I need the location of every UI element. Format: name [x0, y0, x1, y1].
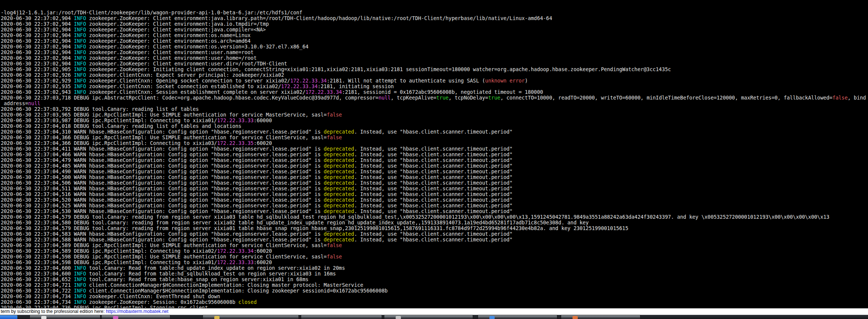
start-button[interactable]: [0, 315, 17, 319]
log-line: 2020-06-30 22:37:04,366 DEBUG ipc.RpcCli…: [1, 135, 868, 140]
log-segment: false: [327, 135, 342, 140]
log-segment: INFO: [74, 271, 86, 277]
log-segment: 2020-06-30 22:37:02,929: [1, 78, 74, 84]
app-icon-pink: [113, 316, 118, 319]
log-segment: 2020-06-30 22:37:04,525 WARN hbase.HBase…: [1, 203, 324, 209]
log-segment: . Instead, use "hbase.client.scanner.tim…: [354, 146, 512, 152]
log-segment: 2020-06-30 22:37:03,792 DEBUG tool.Canar…: [1, 106, 199, 112]
log-line: 2020-06-30 22:37:04,652 INFO tool.Canary…: [1, 277, 868, 282]
log-line: 2020-06-30 22:37:02,904 INFO zookeeper.Z…: [1, 33, 868, 38]
log-segment: 172.22.33.34: [217, 248, 254, 254]
log-segment: INFO: [74, 44, 86, 50]
log-line: 2020-06-30 22:37:04,506 WARN hbase.HBase…: [1, 180, 868, 186]
log-line: 2020-06-30 22:37:02,904 INFO zookeeper.Z…: [1, 44, 868, 50]
log-segment: :2181, initiating session: [317, 84, 394, 89]
log-line: 2020-06-30 22:37:02,904 INFO zookeeper.Z…: [1, 27, 868, 33]
log-segment: zookeeper.ZooKeeper: Client environment:…: [86, 55, 257, 61]
log-segment: 2020-06-30 22:37:02,904: [1, 55, 74, 61]
log-segment: INFO: [74, 78, 86, 84]
log-segment: 2020-06-30 22:37:04,516 WARN hbase.HBase…: [1, 191, 324, 197]
log-segment: zookeeper.ZooKeeper: Client environment:…: [86, 38, 251, 44]
log-segment: deprecated: [324, 237, 354, 243]
log-line: 2020-06-30 22:37:04,490 WARN hbase.HBase…: [1, 169, 868, 174]
log-segment: INFO: [74, 67, 86, 72]
log-segment: . Instead, use "hbase.client.scanner.tim…: [354, 169, 512, 174]
log-segment: 2020-06-30 22:37:02,904: [1, 61, 74, 67]
taskbar-button-6[interactable]: [478, 315, 557, 319]
log-line: 2020-06-30 22:37:04,579 DEBUG tool.Canar…: [1, 226, 868, 231]
log-segment: :60020: [254, 260, 272, 265]
app-icon-white-circle: [41, 316, 46, 319]
log-segment: INFO: [74, 89, 86, 95]
log-line: 2020-06-30 22:37:04,530 WARN hbase.HBase…: [1, 209, 868, 214]
log-segment: . Instead, use "hbase.client.scanner.tim…: [354, 129, 512, 135]
log-line: -log4j12-1.6.1.jar:/root/TDH-Client/zook…: [1, 10, 868, 16]
mobaxterm-link[interactable]: https://mobaxterm.mobatek.net: [106, 309, 168, 314]
log-line: 2020-06-30 22:37:02,905 INFO zookeeper.Z…: [1, 67, 868, 72]
log-segment: INFO: [74, 282, 86, 288]
log-segment: 2020-06-30 22:37:04,511 WARN hbase.HBase…: [1, 186, 324, 191]
log-segment: 172.22.33.34: [281, 84, 318, 89]
log-segment: 2020-06-30 22:37:04,721: [1, 282, 74, 288]
taskbar-button-3[interactable]: [203, 315, 299, 319]
log-segment: 2020-06-30 22:37:03,718 DEBUG ipc.Abstra…: [1, 95, 379, 101]
log-segment: 2020-06-30 22:37:04,500 WARN hbase.HBase…: [1, 174, 324, 180]
taskbar-button-1[interactable]: [29, 315, 101, 319]
log-segment: INFO: [74, 33, 86, 38]
log-segment: deprecated: [324, 186, 354, 191]
log-segment: . Instead, use "hbase.client.scanner.tim…: [354, 191, 512, 197]
log-line: 2020-06-30 22:37:04,734 INFO zookeeper.Z…: [1, 299, 868, 305]
app-icon-gray: [396, 316, 401, 319]
log-segment: deprecated: [324, 129, 354, 135]
log-line: 2020-06-30 22:37:04,516 WARN hbase.HBase…: [1, 191, 868, 197]
log-segment: 2020-06-30 22:37:04,530 WARN hbase.HBase…: [1, 209, 324, 214]
log-segment: 172.22.33.33: [217, 260, 254, 265]
log-segment: 2020-06-30 22:37:04,366 DEBUG ipc.RpcCli…: [1, 140, 217, 146]
log-segment: INFO: [74, 61, 86, 67]
log-segment: INFO: [74, 27, 86, 33]
log-line: 2020-06-30 22:37:04,589 DEBUG ipc.RpcCli…: [1, 243, 868, 248]
log-segment: 2020-06-30 22:37:04,018 DEBUG tool.Canar…: [1, 123, 241, 129]
log-segment: 2020-06-30 22:37:04,652: [1, 277, 74, 282]
windows-taskbar: [0, 315, 868, 319]
log-segment: 2020-06-30 22:37:04,580 DEBUG tool.Canar…: [1, 220, 589, 226]
taskbar-button-4[interactable]: [301, 315, 382, 319]
log-line: 2020-06-30 22:37:04,721 INFO client.Conn…: [1, 282, 868, 288]
log-line: 2020-06-30 22:37:04,598 DEBUG ipc.RpcCli…: [1, 254, 868, 260]
terminal-output[interactable]: -log4j12-1.6.1.jar:/root/TDH-Client/zook…: [0, 0, 868, 308]
log-segment: zookeeper.ClientCnxn: Expect server prin…: [86, 72, 284, 78]
log-segment: 2020-06-30 22:37:04,588 WARN hbase.HBase…: [1, 237, 324, 243]
log-segment: 2020-06-30 22:37:04,485 WARN hbase.HBase…: [1, 163, 324, 169]
log-segment: 2020-06-30 22:37:04,466 WARN hbase.HBase…: [1, 152, 324, 157]
log-line: 2020-06-30 22:37:04,485 WARN hbase.HBase…: [1, 163, 868, 169]
log-segment: deprecated: [324, 169, 354, 174]
log-line: 2020-06-30 22:37:04,500 WARN hbase.HBase…: [1, 174, 868, 180]
log-segment: INFO: [74, 16, 86, 21]
taskbar-button-2[interactable]: [101, 315, 170, 319]
log-segment: 2020-06-30 22:37:02,926: [1, 72, 74, 78]
log-segment: INFO: [74, 50, 86, 55]
log-line: 2020-06-30 22:37:04,018 DEBUG tool.Canar…: [1, 123, 868, 129]
taskbar-button-7[interactable]: [561, 315, 641, 319]
log-segment: . Instead, use "hbase.client.scanner.tim…: [354, 152, 512, 157]
log-line: 2020-06-30 22:37:04,525 WARN hbase.HBase…: [1, 203, 868, 209]
log-segment: , tcpNoDelay=: [449, 95, 488, 101]
log-segment: zookeeper.ClientCnxn: Socket connection …: [86, 84, 281, 89]
log-line: 2020-06-30 22:37:02,929 INFO zookeeper.C…: [1, 78, 868, 84]
log-segment: . Instead, use "hbase.client.scanner.tim…: [354, 231, 512, 237]
log-line: 2020-06-30 22:37:04,734 INFO zookeeper.C…: [1, 294, 868, 299]
log-segment: , tcpKeepAlive=: [391, 95, 436, 101]
log-segment: 172.22.33.33: [217, 118, 254, 123]
log-segment: INFO: [74, 288, 86, 294]
log-segment: 2020-06-30 22:37:02,943: [1, 89, 74, 95]
log-line: 2020-06-30 22:37:04,600 INFO tool.Canary…: [1, 265, 868, 271]
log-line: 2020-06-30 22:37:03,718 DEBUG ipc.Abstra…: [1, 95, 868, 101]
log-segment: INFO: [74, 21, 86, 27]
log-segment: true: [488, 95, 500, 101]
log-line: 2020-06-30 22:37:04,310 WARN hbase.HBase…: [1, 129, 868, 135]
log-segment: tool.Canary: Read from table:hbase_snap …: [86, 277, 309, 282]
log-segment: -log4j12-1.6.1.jar:/root/TDH-Client/zook…: [1, 10, 302, 16]
log-segment: null: [28, 101, 40, 106]
log-segment: . Instead, use "hbase.client.scanner.tim…: [354, 203, 512, 209]
taskbar-button-5[interactable]: [384, 315, 473, 319]
